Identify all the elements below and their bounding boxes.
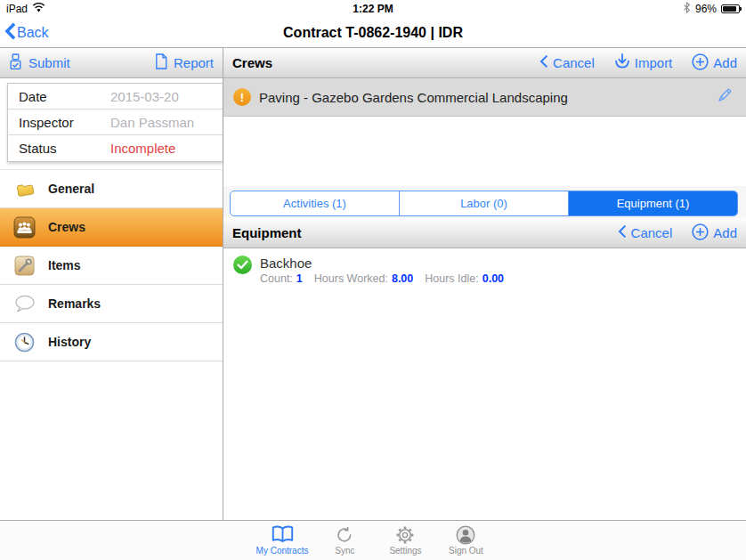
- date-label: Date: [19, 89, 110, 104]
- crews-cancel-button[interactable]: Cancel: [539, 54, 595, 71]
- menu-label: Remarks: [48, 296, 101, 311]
- page-title: Contract T-0862-1940 | IDR: [0, 25, 746, 41]
- add-plus-icon: [692, 223, 709, 243]
- tab-label: Sync: [335, 546, 354, 556]
- battery-icon: [721, 4, 740, 13]
- crews-import-button[interactable]: Import: [614, 53, 673, 72]
- crew-list-item[interactable]: Paving - Gazebo Gardens Commercial Lands…: [223, 78, 746, 117]
- equipment-add-button[interactable]: Add: [692, 223, 737, 243]
- tab-label: Settings: [389, 546, 421, 556]
- equipment-actions: Cancel Add: [618, 223, 737, 243]
- tab-labor[interactable]: Labor (0): [399, 191, 568, 215]
- add-label: Add: [713, 225, 737, 240]
- device-label: iPad: [6, 3, 28, 15]
- tab-label: Sign Out: [449, 546, 483, 556]
- equipment-cancel-button[interactable]: Cancel: [618, 224, 673, 241]
- main-area: Submit Report Date 2015-03-20 Inspector …: [0, 48, 746, 520]
- equipment-name: Backhoe: [260, 256, 504, 271]
- inspector-field[interactable]: Inspector Dan Passman: [8, 110, 223, 135]
- sidebar-item-remarks[interactable]: Remarks: [0, 285, 223, 323]
- sidebar-item-items[interactable]: Items: [0, 247, 223, 285]
- inspector-label: Inspector: [19, 115, 110, 130]
- user-sign-out-icon: [456, 524, 475, 545]
- hours-worked-pair: Hours Worked:8.00: [314, 272, 413, 285]
- submit-button[interactable]: Submit: [9, 53, 70, 73]
- import-download-icon: [614, 53, 630, 72]
- submit-label: Submit: [28, 55, 70, 70]
- equipment-title: Equipment: [232, 225, 618, 240]
- tab-sync[interactable]: Sync: [320, 524, 369, 556]
- status-label: Status: [19, 141, 110, 156]
- import-label: Import: [635, 55, 673, 70]
- hours-worked-label: Hours Worked:: [314, 272, 388, 285]
- add-label: Add: [713, 55, 737, 70]
- bottom-tab-bar: My Contracts Sync Settings Sign Out: [0, 520, 746, 560]
- app-window: iPad 1:22 PM 96% Back Contract T-0862-19…: [0, 0, 746, 560]
- gear-icon: [395, 524, 415, 545]
- hours-idle-value: 0.00: [482, 272, 504, 285]
- crews-add-button[interactable]: Add: [692, 53, 737, 73]
- date-value: 2015-03-20: [110, 89, 179, 104]
- tab-settings[interactable]: Settings: [381, 524, 429, 556]
- sidebar-item-history[interactable]: History: [0, 323, 223, 361]
- tab-equipment[interactable]: Equipment (1): [568, 191, 737, 215]
- sync-refresh-icon: [336, 524, 353, 545]
- crew-name: Paving - Gazebo Gardens Commercial Lands…: [259, 90, 708, 105]
- count-label: Count:: [260, 272, 293, 285]
- crews-icon: [13, 216, 36, 239]
- detail-panel: Crews Cancel Import Add: [223, 48, 746, 520]
- menu-label: History: [48, 335, 91, 349]
- date-field[interactable]: Date 2015-03-20: [8, 84, 223, 110]
- sidebar-item-crews[interactable]: Crews: [0, 208, 223, 247]
- report-document-icon: [155, 53, 167, 72]
- equipment-list-empty-space: [223, 292, 746, 520]
- warning-icon: [233, 88, 251, 106]
- menu-label: General: [48, 182, 94, 196]
- back-label: Back: [17, 25, 49, 41]
- back-button[interactable]: Back: [0, 22, 49, 44]
- sidebar: Submit Report Date 2015-03-20 Inspector …: [0, 48, 223, 520]
- chevron-left-icon: [618, 224, 627, 241]
- folder-icon: [13, 178, 36, 200]
- items-tools-icon: [13, 255, 36, 277]
- add-plus-icon: [692, 53, 709, 73]
- crews-actions: Cancel Import Add: [539, 53, 737, 73]
- sidebar-menu: General Crews Items Remarks History: [0, 169, 223, 361]
- open-book-icon: [271, 524, 295, 545]
- equipment-details: Count:1 Hours Worked:8.00 Hours Idle:0.0…: [260, 272, 504, 285]
- hours-worked-value: 8.00: [392, 272, 413, 285]
- battery-percent: 96%: [695, 3, 717, 15]
- status-value: Incomplete: [110, 141, 175, 156]
- inspection-fields: Date 2015-03-20 Inspector Dan Passman St…: [7, 83, 223, 162]
- status-left: iPad: [6, 3, 45, 15]
- crews-title: Crews: [232, 55, 539, 70]
- chevron-left-icon: [539, 54, 548, 71]
- segmented-control: Activities (1) Labor (0) Equipment (1): [230, 191, 738, 216]
- cancel-label: Cancel: [553, 55, 595, 70]
- equipment-list-item[interactable]: Backhoe Count:1 Hours Worked:8.00 Hours …: [223, 248, 746, 292]
- sidebar-item-general[interactable]: General: [0, 170, 223, 208]
- report-button[interactable]: Report: [155, 53, 214, 72]
- crew-detail-tabs: Activities (1) Labor (0) Equipment (1): [223, 186, 746, 218]
- tab-label: My Contracts: [256, 546, 309, 556]
- tab-sign-out[interactable]: Sign Out: [442, 524, 490, 556]
- crews-header: Crews Cancel Import Add: [223, 48, 746, 78]
- tab-activities[interactable]: Activities (1): [231, 191, 399, 215]
- crew-list-empty-space: [223, 117, 746, 186]
- edit-pencil-icon[interactable]: [716, 87, 733, 108]
- equipment-item-body: Backhoe Count:1 Hours Worked:8.00 Hours …: [260, 256, 504, 285]
- nav-bar: Back Contract T-0862-1940 | IDR: [0, 18, 746, 48]
- clock: 1:22 PM: [0, 3, 746, 15]
- status-field[interactable]: Status Incomplete: [8, 135, 223, 161]
- status-bar: iPad 1:22 PM 96%: [0, 0, 746, 18]
- sidebar-toolbar: Submit Report: [0, 48, 223, 78]
- success-check-icon: [233, 256, 252, 274]
- inspector-value: Dan Passman: [110, 115, 194, 130]
- count-value: 1: [296, 272, 303, 285]
- cancel-label: Cancel: [631, 225, 673, 240]
- tab-my-contracts[interactable]: My Contracts: [256, 524, 309, 556]
- menu-label: Crews: [48, 220, 85, 234]
- hours-idle-pair: Hours Idle:0.00: [425, 272, 504, 285]
- count-pair: Count:1: [260, 272, 303, 285]
- menu-label: Items: [48, 258, 81, 272]
